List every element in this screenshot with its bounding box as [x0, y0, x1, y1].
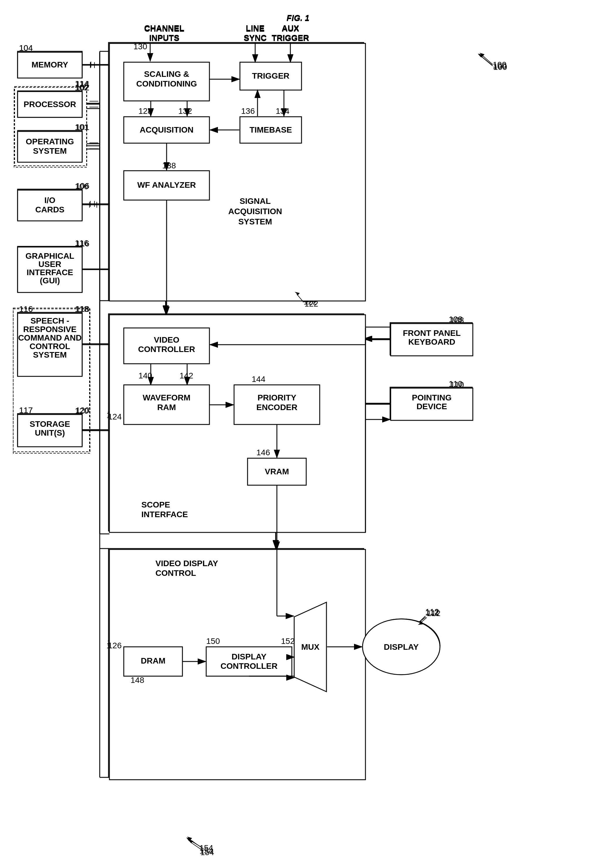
svg-text:SPEECH -: SPEECH - — [31, 316, 69, 325]
svg-text:RAM: RAM — [157, 403, 176, 412]
svg-text:MUX: MUX — [301, 642, 320, 651]
svg-text:INTERFACE: INTERFACE — [27, 268, 73, 277]
svg-text:POINTING: POINTING — [412, 393, 451, 402]
svg-text:100: 100 — [493, 62, 507, 72]
svg-text:DRAM: DRAM — [141, 656, 165, 665]
svg-text:SCOPE: SCOPE — [142, 500, 170, 509]
svg-text:132: 132 — [179, 106, 192, 115]
svg-text:138: 138 — [162, 161, 176, 170]
svg-text:SYSTEM: SYSTEM — [238, 217, 272, 226]
svg-text:110: 110 — [450, 380, 464, 389]
svg-text:INPUTS: INPUTS — [149, 33, 180, 42]
svg-text:CONTROLLER: CONTROLLER — [221, 661, 277, 670]
svg-text:LINE: LINE — [246, 24, 264, 32]
svg-text:USER: USER — [38, 260, 61, 269]
svg-text:120: 120 — [76, 406, 90, 415]
svg-text:VRAM: VRAM — [265, 467, 289, 476]
svg-text:DEVICE: DEVICE — [416, 402, 447, 411]
svg-text:CONTROLLER: CONTROLLER — [138, 345, 195, 354]
svg-text:VIDEO DISPLAY: VIDEO DISPLAY — [155, 559, 218, 568]
svg-text:CHANNEL: CHANNEL — [144, 24, 184, 32]
svg-text:154: 154 — [200, 848, 214, 857]
svg-text:TRIGGER: TRIGGER — [271, 33, 309, 42]
svg-text:TRIGGER: TRIGGER — [252, 71, 289, 80]
svg-text:124: 124 — [108, 412, 122, 421]
svg-line-408 — [481, 56, 493, 66]
svg-text:I/O: I/O — [44, 196, 55, 205]
svg-text:INTERFACE: INTERFACE — [142, 510, 188, 519]
svg-text:130: 130 — [133, 42, 147, 51]
svg-text:AUX: AUX — [282, 24, 299, 32]
svg-text:OPERATING: OPERATING — [26, 137, 74, 146]
svg-text:GRAPHICAL: GRAPHICAL — [25, 251, 74, 260]
svg-text:144: 144 — [252, 375, 266, 384]
svg-text:VIDEO: VIDEO — [154, 335, 179, 344]
svg-text:KEYBOARD: KEYBOARD — [408, 337, 455, 347]
svg-text:FRONT PANEL: FRONT PANEL — [403, 329, 460, 338]
svg-text:106: 106 — [76, 181, 90, 190]
svg-text:104: 104 — [19, 43, 33, 53]
svg-text:152: 152 — [281, 636, 295, 646]
svg-text:128: 128 — [139, 106, 152, 115]
svg-text:CARDS: CARDS — [35, 205, 65, 214]
svg-text:DISPLAY: DISPLAY — [384, 642, 419, 651]
svg-marker-409 — [478, 54, 484, 58]
svg-text:108: 108 — [450, 316, 464, 325]
svg-text:STORAGE: STORAGE — [30, 419, 70, 428]
svg-text:150: 150 — [206, 636, 220, 646]
svg-text:TIMEBASE: TIMEBASE — [249, 125, 292, 134]
svg-text:114: 114 — [76, 80, 90, 89]
svg-text:CONTROL: CONTROL — [155, 568, 196, 577]
svg-text:(GUI): (GUI) — [40, 276, 60, 285]
svg-text:117: 117 — [19, 406, 33, 415]
svg-text:101: 101 — [76, 123, 90, 132]
svg-text:ENCODER: ENCODER — [256, 403, 297, 412]
svg-text:MEMORY: MEMORY — [32, 60, 68, 69]
svg-text:126: 126 — [108, 641, 122, 650]
svg-text:DISPLAY: DISPLAY — [232, 652, 267, 661]
svg-text:142: 142 — [180, 371, 193, 380]
svg-text:ACQUISITION: ACQUISITION — [140, 125, 193, 134]
svg-text:COMMAND AND: COMMAND AND — [18, 333, 82, 342]
svg-text:136: 136 — [241, 106, 255, 115]
svg-text:WAVEFORM: WAVEFORM — [143, 393, 191, 402]
svg-text:134: 134 — [276, 106, 289, 115]
svg-text:SCALING &: SCALING & — [144, 69, 189, 78]
svg-text:146: 146 — [256, 448, 270, 457]
svg-text:140: 140 — [139, 371, 152, 380]
svg-text:ACQUISITION: ACQUISITION — [228, 207, 282, 216]
svg-text:SYSTEM: SYSTEM — [33, 146, 66, 155]
svg-text:RESPONSIVE: RESPONSIVE — [23, 325, 77, 334]
svg-text:UNIT(S): UNIT(S) — [35, 428, 65, 437]
svg-text:CONTROL: CONTROL — [30, 342, 70, 351]
svg-text:SIGNAL: SIGNAL — [240, 196, 271, 206]
svg-text:WF ANALYZER: WF ANALYZER — [137, 180, 196, 189]
svg-text:148: 148 — [131, 676, 144, 685]
svg-text:SYNC: SYNC — [244, 33, 267, 42]
svg-text:122: 122 — [304, 299, 318, 308]
svg-text:PRIORITY: PRIORITY — [258, 393, 297, 402]
svg-text:FIG. 1: FIG. 1 — [286, 14, 310, 23]
svg-marker-229 — [187, 837, 192, 840]
svg-text:PROCESSOR: PROCESSOR — [24, 100, 76, 109]
svg-text:CONDITIONING: CONDITIONING — [136, 79, 197, 88]
svg-text:112: 112 — [427, 609, 441, 618]
svg-text:SYSTEM: SYSTEM — [33, 350, 66, 359]
